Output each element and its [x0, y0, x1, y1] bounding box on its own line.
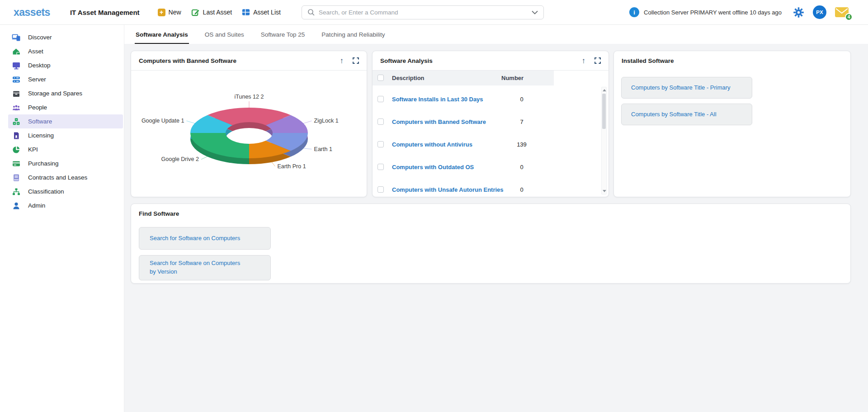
scrollbar-down-arrow[interactable] — [603, 190, 606, 192]
scrollbar-thumb[interactable] — [602, 94, 606, 129]
chevron-down-icon[interactable] — [532, 10, 538, 14]
asset-icon — [12, 47, 21, 56]
storage-icon — [12, 89, 21, 98]
software-analysis-card: Software Analysis ↑ Description Number — [372, 51, 609, 197]
user-avatar[interactable]: PX — [813, 5, 826, 19]
label-leader-line — [302, 148, 311, 149]
search-for-software-on-computers-button[interactable]: Search for Software on Computers — [139, 227, 271, 250]
sidebar-item-licensing[interactable]: Licensing — [8, 128, 123, 142]
row-checkbox[interactable] — [377, 186, 384, 193]
command-search-box[interactable] — [302, 5, 544, 19]
installed-card-title: Installed Software — [622, 57, 674, 64]
server-status-message: Collection Server PRIMARY went offline 1… — [644, 9, 782, 16]
sidebar-item-classification[interactable]: Classification — [8, 185, 123, 199]
desktop-icon — [12, 61, 21, 70]
row-description-link[interactable]: Computers with Outdated OS — [392, 156, 474, 178]
sidebar-item-admin[interactable]: Admin — [8, 199, 123, 213]
messages-envelope-icon[interactable]: 4 — [835, 7, 849, 18]
row-number-value: 7 — [506, 110, 538, 133]
gear-icon[interactable] — [793, 6, 805, 19]
pie-slice-label: Earth Pro 1 — [277, 163, 306, 170]
row-description-link[interactable]: Computers without Antivirus — [392, 133, 472, 156]
analysis-card-header: Software Analysis ↑ — [373, 51, 609, 71]
row-description-link[interactable]: Computers with Unsafe Autorun Entries — [392, 178, 504, 197]
column-header-description: Description — [392, 71, 425, 85]
sidebar-item-label: Software — [28, 118, 52, 125]
select-all-checkbox[interactable] — [377, 75, 384, 81]
new-button[interactable]: + New — [158, 9, 181, 16]
row-description-link[interactable]: Software Installs in Last 30 Days — [392, 88, 483, 110]
label-leader-line — [271, 161, 275, 166]
banned-card-tools: ↑ — [340, 57, 359, 65]
top-header: xassets IT Asset Management + New Last A… — [0, 0, 868, 25]
find-card-buttons: Search for Software on ComputersSearch f… — [131, 223, 850, 280]
installed-software-card: Installed Software Computers by Software… — [613, 51, 851, 197]
row-checkbox[interactable] — [377, 118, 384, 125]
analysis-card-tools: ↑ — [582, 57, 601, 65]
plus-icon: + — [158, 9, 165, 16]
sidebar-item-label: Admin — [28, 202, 45, 209]
sidebar-item-label: KPI — [28, 146, 38, 153]
table-scrollbar[interactable] — [601, 87, 607, 194]
content-area: Computers with Banned Software ↑ iTunes … — [124, 44, 868, 412]
admin-icon — [12, 201, 21, 210]
asset-list-label: Asset List — [253, 9, 281, 16]
collapse-arrow-icon[interactable]: ↑ — [340, 57, 344, 65]
sidebar-item-desktop[interactable]: Desktop — [8, 58, 123, 72]
tab-software-analysis[interactable]: Software Analysis — [136, 25, 188, 44]
analysis-table-header: Description Number — [373, 71, 609, 85]
sidebar-item-people[interactable]: People — [8, 100, 123, 114]
sidebar-item-server[interactable]: Server — [8, 72, 123, 86]
find-card-header: Find Software — [131, 204, 850, 223]
sidebar-item-discover[interactable]: Discover — [8, 30, 123, 44]
info-icon[interactable]: i — [629, 7, 639, 17]
banned-software-card: Computers with Banned Software ↑ iTunes … — [131, 51, 367, 197]
table-row: Computers with Unsafe Autorun Entries0 — [373, 178, 599, 197]
table-row: Software Installs in Last 30 Days0 — [373, 88, 599, 110]
collapse-arrow-icon[interactable]: ↑ — [582, 57, 586, 65]
sidebar-item-asset[interactable]: Asset — [8, 44, 123, 58]
pie-slice-label: Earth 1 — [314, 146, 332, 152]
table-row: Computers with Outdated OS0 — [373, 156, 599, 178]
row-checkbox[interactable] — [377, 164, 384, 170]
row-number-value: 0 — [506, 178, 538, 197]
search-for-software-on-computers-by-version-button[interactable]: Search for Software on Computers by Vers… — [139, 255, 271, 280]
new-button-label: New — [169, 9, 181, 16]
sidebar-nav: DiscoverAssetDesktopServerStorage and Sp… — [0, 25, 124, 412]
sidebar-item-software[interactable]: Software — [8, 114, 123, 128]
tab-software-top-25[interactable]: Software Top 25 — [261, 25, 305, 44]
analysis-card-title: Software Analysis — [380, 57, 433, 64]
sidebar-item-storage-and-spares[interactable]: Storage and Spares — [8, 86, 123, 100]
computers-by-software-title-primary-button[interactable]: Computers by Software Title - Primary — [621, 77, 752, 99]
server-icon — [12, 75, 21, 84]
installed-card-header: Installed Software — [614, 51, 850, 71]
header-actions: + New Last Asset Asset List — [158, 8, 291, 17]
sidebar-item-label: Licensing — [28, 132, 54, 139]
sidebar-item-contracts-and-leases[interactable]: Contracts and Leases — [8, 170, 123, 185]
banned-software-donut-chart[interactable]: iTunes 12 2ZigLock 1Earth 1Earth Pro 1Go… — [131, 71, 368, 197]
row-checkbox[interactable] — [377, 141, 384, 147]
computers-by-software-title-all-button[interactable]: Computers by Software Title - All — [621, 104, 752, 125]
tab-patching-and-reliability[interactable]: Patching and Reliability — [321, 25, 385, 44]
row-checkbox[interactable] — [377, 96, 384, 102]
expand-icon[interactable] — [353, 57, 359, 64]
analysis-table-rows: Software Installs in Last 30 Days0Comput… — [373, 85, 599, 197]
scrollbar-up-arrow[interactable] — [603, 89, 606, 91]
asset-list-button[interactable]: Asset List — [242, 8, 281, 16]
last-asset-button[interactable]: Last Asset — [191, 8, 232, 17]
find-card-title: Find Software — [139, 210, 179, 217]
sidebar-item-kpi[interactable]: KPI — [8, 142, 123, 156]
sidebar-item-label: Discover — [28, 34, 52, 41]
pie-slice-google-drive[interactable] — [190, 133, 249, 158]
search-input[interactable] — [319, 9, 532, 16]
expand-icon[interactable] — [594, 57, 601, 64]
row-description-link[interactable]: Computers with Banned Software — [392, 110, 486, 133]
sidebar-item-label: Desktop — [28, 62, 51, 69]
search-icon — [307, 9, 315, 16]
label-leader-line — [186, 121, 195, 123]
sidebar-item-purchasing[interactable]: Purchasing — [8, 156, 123, 170]
tab-os-and-suites[interactable]: OS and Suites — [205, 25, 244, 44]
purchasing-icon — [12, 159, 21, 168]
pie-slice-label: Google Update 1 — [142, 118, 184, 124]
people-icon — [12, 103, 21, 112]
